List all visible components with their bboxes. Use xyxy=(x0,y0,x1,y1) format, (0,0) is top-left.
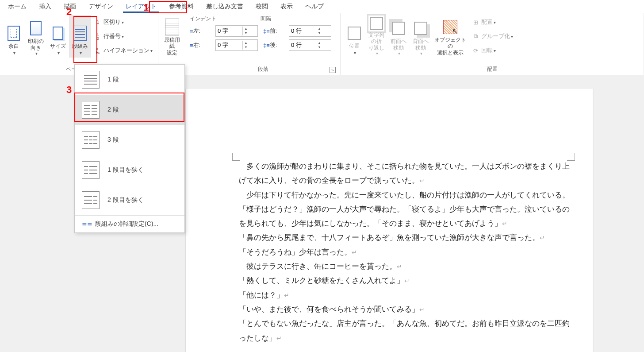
rotate-icon: ⟳ xyxy=(472,46,479,54)
text-wrap-button: 文字列の折り返し▾ xyxy=(365,15,387,58)
breaks-button[interactable]: ⤵区切り▾ xyxy=(93,17,153,27)
breaks-icon: ⤵ xyxy=(94,18,102,26)
document-page[interactable]: 多くの漁師が船のまわりに集まり、そこに括られた物を見ていた。一人はズボンの裾をま… xyxy=(186,89,593,352)
more-columns-icon: ≣≣ xyxy=(82,220,91,228)
position-button: 位置▾ xyxy=(343,15,365,58)
columns-more-options[interactable]: ≣≣ 段組みの詳細設定(C)... xyxy=(75,216,184,232)
line-numbers-button[interactable]: 12行番号▾ xyxy=(93,31,153,42)
columns-option-right-narrow[interactable]: 2 段目を狭く xyxy=(75,185,184,215)
line-numbers-icon: 12 xyxy=(94,32,102,40)
orientation-icon xyxy=(30,21,42,35)
right-narrow-icon xyxy=(82,191,100,209)
group-arrange: 位置▾ 文字列の折り返し▾ 前面へ移動▾ 背面へ移動▾ オブジェクトの選択と表示… xyxy=(341,13,644,75)
size-icon xyxy=(53,27,63,40)
send-backward-button: 背面へ移動▾ xyxy=(410,15,432,58)
indent-right-input[interactable]: ▲▼ xyxy=(215,39,258,51)
selection-pane-button[interactable]: オブジェクトの選択と表示 xyxy=(432,15,469,58)
tab-layout[interactable]: レイアウト xyxy=(119,1,163,12)
tab-home[interactable]: ホーム xyxy=(2,1,33,12)
align-button: ⊞配置▾ xyxy=(471,17,514,27)
tab-insert[interactable]: 挿入 xyxy=(33,1,58,12)
wrap-icon xyxy=(370,17,383,30)
columns-button[interactable]: 段組み▾ xyxy=(69,15,91,58)
margins-button[interactable]: 余白▾ xyxy=(3,15,25,58)
send-backward-icon xyxy=(414,22,427,35)
spacing-before-input[interactable]: ▲▼ xyxy=(289,25,331,37)
tab-references[interactable]: 参考資料 xyxy=(163,1,200,12)
callout-2: 2 xyxy=(66,6,72,18)
document-body[interactable]: 多くの漁師が船のまわりに集まり、そこに括られた物を見ていた。一人はズボンの裾をま… xyxy=(239,159,571,345)
two-columns-icon xyxy=(82,101,100,119)
three-columns-icon xyxy=(82,131,100,149)
tab-review[interactable]: 校閲 xyxy=(249,1,274,12)
columns-option-three[interactable]: 3 段 xyxy=(75,125,184,155)
ribbon-tabs: ホーム 挿入 描画 デザイン レイアウト 参考資料 差し込み文書 校閲 表示 ヘ… xyxy=(0,0,644,13)
align-icon: ⊞ xyxy=(472,18,479,26)
indent-heading: インデント xyxy=(190,15,261,23)
position-icon xyxy=(348,27,361,40)
one-column-icon xyxy=(82,71,100,89)
spacing-after-label: ‡≡後: xyxy=(263,41,289,49)
columns-option-left-narrow[interactable]: 1 段目を狭く xyxy=(75,155,184,185)
manuscript-settings-button[interactable]: 原稿用紙設定 xyxy=(161,15,183,58)
margins-icon xyxy=(8,26,20,41)
tab-help[interactable]: ヘルプ xyxy=(299,1,330,12)
bring-forward-icon xyxy=(392,22,405,35)
paragraph-launcher[interactable]: ↘ xyxy=(330,67,336,73)
paragraph-group-label: 段落 xyxy=(258,66,268,72)
arrange-group-label: 配置 xyxy=(343,64,641,75)
columns-option-two[interactable]: 2 段 xyxy=(75,95,184,125)
indent-right-label: ≡右: xyxy=(190,41,215,49)
tab-view[interactable]: 表示 xyxy=(274,1,299,12)
spacing-after-input[interactable]: ▲▼ xyxy=(289,39,331,51)
group-icon: ⧉ xyxy=(472,32,479,40)
bring-forward-button: 前面へ移動▾ xyxy=(387,15,410,58)
rotate-button: ⟳回転▾ xyxy=(471,45,514,56)
tab-mailings[interactable]: 差し込み文書 xyxy=(200,1,249,12)
hyphenation-button[interactable]: a-bcハイフネーション▾ xyxy=(93,45,153,56)
indent-left-label: ≡左: xyxy=(190,27,215,35)
columns-dropdown: 1 段 2 段 3 段 1 段目を狭く 2 段目を狭く ≣≣ 段組みの詳細設定(… xyxy=(74,64,185,233)
orientation-button[interactable]: 印刷の向き▾ xyxy=(25,15,47,58)
selection-pane-icon xyxy=(443,20,457,34)
columns-option-one[interactable]: 1 段 xyxy=(75,65,184,95)
callout-3: 3 xyxy=(66,84,72,96)
hyphenation-icon: a-bc xyxy=(94,46,102,54)
indent-left-input[interactable]: ▲▼ xyxy=(215,25,258,37)
callout-1: 1 xyxy=(143,2,149,13)
columns-icon xyxy=(73,26,87,41)
manuscript-icon xyxy=(165,19,179,35)
left-narrow-icon xyxy=(82,161,100,179)
tab-design[interactable]: デザイン xyxy=(82,1,119,12)
margin-corner-tr xyxy=(567,153,575,161)
spacing-heading: 間隔 xyxy=(261,15,271,23)
size-button[interactable]: サイズ▾ xyxy=(47,15,69,58)
spacing-before-label: ‡≡前: xyxy=(263,27,289,35)
group-paragraph: インデント間隔 ≡左: ▲▼ ‡≡前: ▲▼ ≡右: ▲▼ ‡≡後: ▲▼ 段落… xyxy=(186,13,341,75)
margin-corner-tl xyxy=(232,153,240,161)
group-objects-button: ⧉グループ化▾ xyxy=(471,31,514,42)
